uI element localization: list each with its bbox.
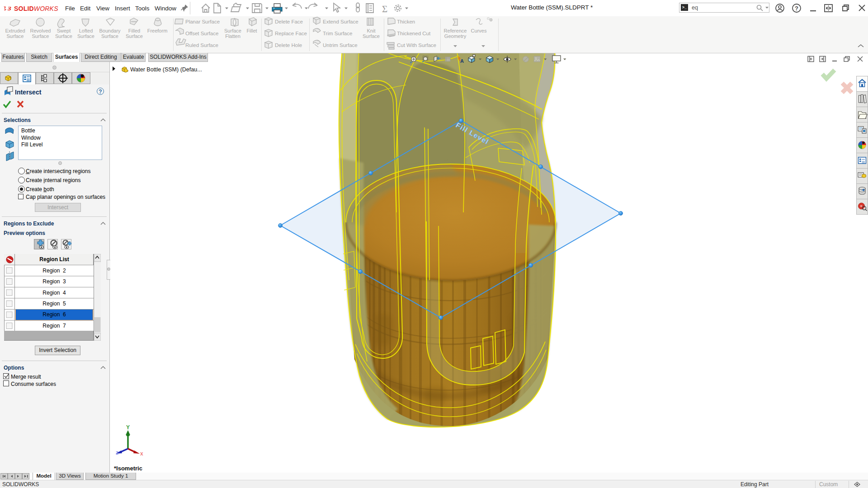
svg-text:x: x [140,450,143,457]
svg-text:Σ: Σ [382,4,387,14]
svg-text:*Isometric: *Isometric [114,465,142,472]
svg-text:z: z [116,450,118,456]
svg-text:Y: Y [126,424,130,431]
svg-text:?: ? [795,5,798,12]
svg-text:A: A [460,58,464,64]
